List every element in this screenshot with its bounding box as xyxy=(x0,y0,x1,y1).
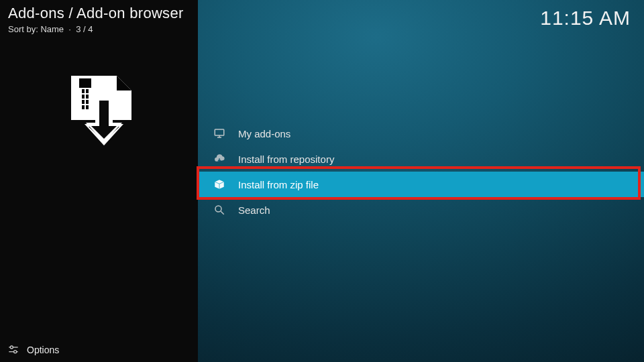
svg-rect-1 xyxy=(82,89,85,93)
svg-rect-8 xyxy=(86,105,89,109)
sort-label: Sort by: xyxy=(8,24,38,34)
svg-point-20 xyxy=(215,206,221,212)
sort-value: Name xyxy=(40,24,64,34)
zip-file-download-icon xyxy=(53,72,146,155)
list-position: 3 / 4 xyxy=(76,24,93,34)
main-panel: 11:15 AM My add-ons Install from reposit… xyxy=(198,0,644,362)
menu-item-label: Search xyxy=(238,204,270,216)
monitor-icon xyxy=(213,127,226,140)
svg-rect-2 xyxy=(86,89,89,93)
svg-rect-4 xyxy=(86,95,89,99)
options-label: Options xyxy=(27,345,59,355)
search-icon xyxy=(213,203,226,217)
settings-sliders-icon xyxy=(7,343,20,357)
menu-item-install-zip[interactable]: Install from zip file xyxy=(198,172,644,197)
sidebar: Add-ons / Add-on browser Sort by: Name ·… xyxy=(0,0,198,362)
svg-point-16 xyxy=(14,351,17,353)
svg-point-14 xyxy=(10,346,13,349)
svg-rect-6 xyxy=(86,100,89,104)
menu-item-my-addons[interactable]: My add-ons xyxy=(198,121,644,146)
menu-item-search[interactable]: Search xyxy=(198,197,644,223)
svg-rect-5 xyxy=(82,100,85,104)
svg-rect-3 xyxy=(82,95,85,99)
menu-list: My add-ons Install from repository Insta… xyxy=(198,121,644,223)
box-icon xyxy=(213,178,226,191)
menu-item-label: My add-ons xyxy=(238,128,290,139)
svg-rect-0 xyxy=(79,78,91,88)
menu-item-label: Install from zip file xyxy=(238,179,319,190)
breadcrumb: Add-ons / Add-on browser xyxy=(0,0,198,22)
svg-rect-7 xyxy=(82,105,85,109)
svg-rect-17 xyxy=(215,129,224,135)
cloud-download-icon xyxy=(213,152,226,166)
options-button[interactable]: Options xyxy=(7,343,59,357)
svg-line-21 xyxy=(221,211,224,215)
sort-line: Sort by: Name · 3 / 4 xyxy=(0,22,198,34)
clock: 11:15 AM xyxy=(540,7,631,29)
menu-item-label: Install from repository xyxy=(238,154,334,165)
menu-item-install-repository[interactable]: Install from repository xyxy=(198,146,644,172)
